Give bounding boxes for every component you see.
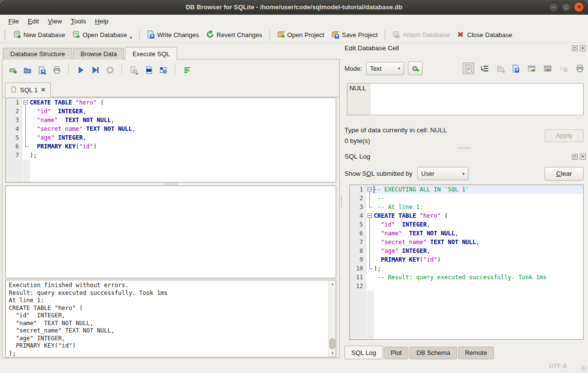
attach-database-icon: [392, 30, 400, 40]
import-file-icon[interactable]: ▾: [495, 62, 507, 74]
open-database-icon: [72, 30, 80, 40]
revert-changes-icon: [206, 30, 214, 40]
cell-size-info: 0 byte(s): [345, 137, 370, 145]
open-project-icon: [277, 30, 285, 40]
code-line: 3 "name" TEXT NOT NULL,: [6, 116, 336, 124]
select-arrow-icon: ▾: [398, 66, 401, 71]
execute-all-button[interactable]: [74, 63, 87, 76]
save-sql-file-button[interactable]: ▾: [36, 63, 48, 76]
save-results-button[interactable]: ▾: [127, 63, 140, 76]
code-line: 3 -- At line 1:: [350, 203, 583, 211]
code-line: 4CREATE TABLE "hero" (: [350, 211, 583, 220]
gear-icon: [411, 64, 420, 73]
submitted-by-select[interactable]: User ▾: [417, 167, 468, 180]
app-window: DB Browser for SQLite - /home/user/code/…: [0, 0, 588, 373]
menu-edit[interactable]: Edit: [23, 16, 43, 27]
code-line: 10);: [350, 264, 583, 273]
maximize-button[interactable]: □: [561, 2, 571, 12]
new-database-icon: [13, 30, 21, 40]
window-controls: − □ ✕: [548, 2, 584, 12]
open-database-dropdown-icon[interactable]: ▾: [130, 35, 132, 40]
auto-apply-button[interactable]: [408, 62, 423, 75]
import-dropdown-icon[interactable]: ▾: [503, 70, 505, 74]
toolbar-separator: [139, 30, 140, 41]
code-line: 8 "age" INTEGER,: [350, 247, 583, 255]
float-panel-icon[interactable]: [572, 154, 578, 160]
new-database-button[interactable]: New Database: [9, 28, 68, 42]
tab-browse-data[interactable]: Browse Data: [73, 48, 124, 60]
tab-database-structure[interactable]: Database Structure: [3, 48, 72, 60]
toolbar-drag-handle[interactable]: [4, 30, 7, 40]
tab-sql-log[interactable]: SQL Log: [345, 346, 383, 359]
tab-remote[interactable]: Remote: [458, 347, 494, 359]
minimize-button[interactable]: −: [548, 2, 559, 12]
close-panel-icon[interactable]: ✕: [580, 45, 586, 51]
attach-database-button[interactable]: Attach Database: [388, 28, 453, 42]
main-vertical-splitter[interactable]: [341, 195, 342, 208]
export-file-icon[interactable]: [509, 62, 521, 74]
print-cell-icon[interactable]: [574, 62, 586, 74]
float-panel-icon[interactable]: [572, 45, 578, 51]
write-changes-button[interactable]: Write Changes: [143, 28, 203, 42]
menu-view[interactable]: View: [43, 16, 66, 27]
open-database-button[interactable]: Open Database ▾: [68, 28, 136, 42]
code-line: 6 PRIMARY KEY("id"): [6, 142, 336, 151]
cell-value-editor[interactable]: NULL: [347, 83, 584, 115]
link-data-icon[interactable]: [542, 62, 553, 74]
main-toolbar: New Database Open Database ▾ Write Chang…: [0, 27, 588, 43]
output-scrollbar[interactable]: ▲ ▼: [328, 280, 336, 357]
resize-grip[interactable]: [581, 366, 586, 371]
save-project-button[interactable]: Save Project: [327, 28, 381, 42]
results-grid[interactable]: [5, 186, 336, 278]
sql1-tab-close-icon[interactable]: ✕: [41, 86, 45, 93]
clear-log-button[interactable]: Clear: [545, 167, 584, 181]
code-line: 1CREATE TABLE "hero" (: [6, 98, 336, 107]
open-sql-file-button[interactable]: [21, 63, 34, 76]
replace-button[interactable]: [157, 63, 169, 76]
save-dropdown-icon[interactable]: ▾: [44, 72, 46, 76]
scroll-down-icon[interactable]: ▼: [329, 350, 336, 357]
close-button[interactable]: ✕: [574, 2, 584, 12]
open-in-app-icon[interactable]: [526, 62, 537, 74]
open-project-button[interactable]: Open Project: [273, 28, 328, 42]
execution-output-pane[interactable]: Execution finished without errors. Resul…: [5, 280, 336, 357]
save-results-dropdown-icon[interactable]: ▾: [136, 72, 138, 76]
word-wrap-icon[interactable]: [479, 62, 490, 74]
text-mode-icon[interactable]: [463, 62, 474, 74]
sql-editor[interactable]: 1CREATE TABLE "hero" (2 "id" INTEGER,3 "…: [5, 98, 336, 183]
cell-value-text: NULL: [349, 84, 366, 92]
menu-tools[interactable]: Tools: [66, 16, 91, 27]
titlebar[interactable]: DB Browser for SQLite - /home/user/code/…: [0, 0, 588, 15]
execute-line-button[interactable]: [89, 63, 101, 76]
code-line: 2 "id" INTEGER,: [6, 107, 336, 116]
splitter-handle: [164, 184, 177, 185]
toolbar-separator: [269, 30, 270, 41]
mode-select[interactable]: Text ▾: [366, 62, 404, 75]
stop-button[interactable]: [103, 63, 116, 76]
encoding-indicator[interactable]: UTF-8: [549, 363, 567, 370]
find-button[interactable]: [142, 63, 155, 76]
set-null-icon[interactable]: [558, 62, 569, 74]
tab-plot[interactable]: Plot: [384, 347, 408, 359]
main-tab-bar: Database Structure Browse Data Execute S…: [3, 46, 178, 60]
edit-cell-toolbar: Mode: Text ▾ ▾: [345, 61, 586, 76]
tab-db-schema[interactable]: DB Schema: [409, 347, 457, 359]
menu-help[interactable]: Help: [91, 16, 113, 27]
print-button[interactable]: [50, 63, 63, 76]
tab-execute-sql[interactable]: Execute SQL: [125, 47, 177, 60]
menu-file[interactable]: File: [4, 16, 23, 27]
close-database-button[interactable]: Close Database: [453, 28, 516, 42]
sql-log-view[interactable]: 1-- EXECUTING ALL IN 'SQL 1'2 --3 -- At …: [349, 185, 584, 340]
cell-log-splitter[interactable]: [345, 146, 584, 149]
scrollbar-thumb[interactable]: [329, 338, 335, 349]
code-line: 1-- EXECUTING ALL IN 'SQL 1': [350, 185, 583, 194]
new-sql-tab-button[interactable]: [6, 63, 19, 76]
revert-changes-button[interactable]: Revert Changes: [203, 28, 266, 42]
code-line: 5 "id" INTEGER,: [350, 220, 583, 229]
close-panel-icon[interactable]: ✕: [580, 154, 586, 160]
scroll-up-icon[interactable]: ▲: [329, 280, 336, 288]
edit-cell-title: Edit Database Cell: [345, 44, 399, 52]
apply-button[interactable]: Apply: [545, 129, 584, 142]
format-sql-button[interactable]: [181, 63, 193, 76]
sql1-tab[interactable]: SQL 1 ✕: [5, 83, 51, 97]
